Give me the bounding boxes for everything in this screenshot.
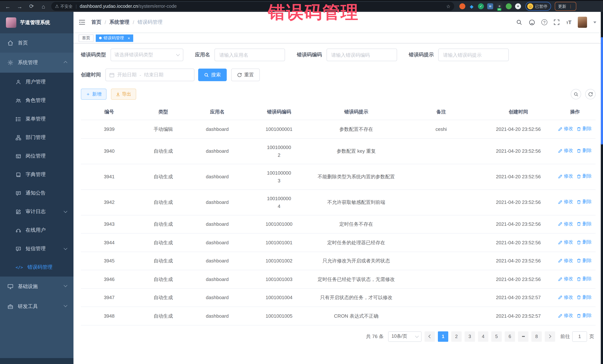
- table-row: 3948自动生成dashboard1001001005CRON 表达式不正确20…: [81, 307, 596, 325]
- refresh-table-button[interactable]: [585, 89, 596, 99]
- sidebar-item-system[interactable]: 系统管理: [0, 53, 73, 73]
- filter-app-name: 应用名: [195, 49, 285, 61]
- sidebar-item-devtools[interactable]: 研发工具: [0, 297, 73, 317]
- tags-view-bar: 首页 错误码管理×: [73, 33, 603, 43]
- sidebar-item-label: 用户管理: [26, 78, 46, 85]
- next-page-button[interactable]: [545, 331, 555, 342]
- page-button-1[interactable]: 1: [438, 331, 448, 342]
- page-button-8[interactable]: 8: [531, 331, 542, 342]
- sidebar-item-posts[interactable]: 岗位管理: [0, 147, 73, 165]
- user-icon: [16, 79, 21, 85]
- delete-link[interactable]: 删除: [577, 238, 592, 246]
- forward-icon[interactable]: →: [15, 1, 24, 11]
- add-button[interactable]: ＋ 新增: [81, 88, 106, 100]
- bookmark-star-icon[interactable]: ☆: [446, 3, 451, 9]
- delete-link[interactable]: 删除: [577, 147, 592, 155]
- browser-menu-icon[interactable]: ⋮: [568, 4, 573, 9]
- sidebar-item-dict[interactable]: 字典管理: [0, 165, 73, 184]
- user-avatar[interactable]: [578, 17, 587, 28]
- edit-link[interactable]: 修改: [558, 125, 573, 133]
- page-button-3[interactable]: 3: [464, 331, 475, 342]
- github-icon[interactable]: [529, 19, 535, 25]
- tab-home[interactable]: 首页: [79, 34, 93, 42]
- sidebar-item-audit-log[interactable]: 审计日志: [0, 202, 73, 221]
- extension-icon-green-check[interactable]: ✓: [478, 3, 484, 9]
- close-icon[interactable]: ×: [128, 36, 130, 40]
- home-icon[interactable]: ⌂: [39, 1, 48, 11]
- address-bar[interactable]: ⚠不安全 | dashboard.yudao.iocoder.cn/system…: [51, 2, 454, 11]
- hamburger-icon[interactable]: [79, 19, 85, 25]
- delete-link[interactable]: 删除: [577, 125, 592, 133]
- profile-paused-badge[interactable]: ☺ 已暂停: [525, 2, 551, 11]
- sidebar-item-menus[interactable]: 菜单管理: [0, 110, 73, 128]
- extension-icon-gem[interactable]: ◆: [469, 3, 475, 9]
- delete-link[interactable]: 删除: [577, 275, 592, 283]
- range-separator: -: [139, 72, 141, 78]
- sidebar-item-error-code[interactable]: </> 错误码管理: [0, 258, 73, 276]
- page-button-2[interactable]: 2: [451, 331, 462, 342]
- error-type-select[interactable]: 请选择错误码类型: [110, 49, 183, 61]
- sidebar-item-infrastructure[interactable]: 基础设施: [0, 276, 73, 297]
- search-button[interactable]: 搜索: [198, 69, 227, 81]
- page-size-select[interactable]: 10条/页: [388, 331, 422, 342]
- search-icon[interactable]: [516, 19, 522, 25]
- breadcrumb-system[interactable]: 系统管理: [109, 19, 129, 26]
- sidebar-item-roles[interactable]: 角色管理: [0, 91, 73, 110]
- security-warning[interactable]: ⚠不安全: [55, 3, 73, 9]
- edit-link[interactable]: 修改: [558, 198, 573, 206]
- delete-link[interactable]: 删除: [577, 220, 592, 228]
- tab-error-code[interactable]: 错误码管理×: [96, 34, 133, 42]
- date-range-picker[interactable]: 开始日期 - 结束日期: [105, 69, 195, 81]
- extension-icon-leaf[interactable]: [506, 3, 512, 9]
- page-button-6[interactable]: 6: [505, 331, 515, 342]
- page-scrollbar[interactable]: [601, 12, 603, 364]
- edit-link[interactable]: 修改: [558, 257, 573, 265]
- back-icon[interactable]: ←: [3, 1, 13, 11]
- export-button[interactable]: 导出: [111, 88, 136, 100]
- edit-link[interactable]: 修改: [558, 220, 573, 228]
- reload-icon[interactable]: ⟳: [27, 1, 36, 11]
- trash-icon: [577, 149, 581, 153]
- error-msg-input[interactable]: [442, 52, 505, 58]
- sidebar-item-online-users[interactable]: 在线用户: [0, 221, 73, 240]
- sidebar-item-notices[interactable]: 通知公告: [0, 184, 73, 202]
- page-button-4[interactable]: 4: [478, 331, 488, 342]
- reset-button[interactable]: 重置: [231, 69, 260, 81]
- delete-link[interactable]: 删除: [577, 293, 592, 301]
- error-code-input[interactable]: [330, 52, 393, 58]
- sidebar-item-users[interactable]: 用户管理: [0, 73, 73, 91]
- show-search-button[interactable]: [571, 89, 581, 99]
- sidebar-item-sms[interactable]: 短信管理: [0, 240, 73, 258]
- app-name-input[interactable]: [219, 52, 281, 58]
- filter-label: 应用名: [195, 52, 210, 58]
- edit-link[interactable]: 修改: [558, 275, 573, 283]
- edit-link[interactable]: 修改: [558, 312, 573, 320]
- edit-link[interactable]: 修改: [558, 293, 573, 301]
- sidebar-item-home[interactable]: 首页: [0, 33, 73, 53]
- main-panel: 首页 / 系统管理 / 错误码管理 ? TT 首页 错: [73, 12, 603, 364]
- gear-icon: [7, 60, 13, 66]
- fullscreen-icon[interactable]: [554, 19, 560, 25]
- goto-page-input[interactable]: [572, 331, 587, 342]
- breadcrumb-home[interactable]: 首页: [91, 19, 101, 26]
- sidebar-item-departments[interactable]: 部门管理: [0, 128, 73, 147]
- extension-icon-orange[interactable]: [459, 3, 465, 9]
- extension-icon-list[interactable]: ≡on: [497, 3, 502, 9]
- font-size-icon[interactable]: TT: [566, 19, 571, 25]
- page-button-5[interactable]: 5: [491, 331, 502, 342]
- prev-page-button[interactable]: [425, 331, 435, 342]
- delete-link[interactable]: 删除: [577, 257, 592, 265]
- edit-link[interactable]: 修改: [558, 147, 573, 155]
- delete-link[interactable]: 删除: [577, 198, 592, 206]
- delete-link[interactable]: 删除: [577, 312, 592, 320]
- scrollbar-thumb[interactable]: [601, 37, 603, 144]
- edit-link[interactable]: 修改: [558, 238, 573, 246]
- browser-update-button[interactable]: 更新 ⋮: [555, 2, 576, 11]
- extension-icon-columns[interactable]: ≋: [487, 3, 493, 9]
- edit-link[interactable]: 修改: [558, 173, 573, 180]
- delete-link[interactable]: 删除: [577, 173, 592, 180]
- extension-icon-paw[interactable]: ✦: [515, 3, 521, 9]
- more-pages-button[interactable]: •••: [518, 331, 528, 342]
- avatar-caret-icon[interactable]: [593, 21, 596, 23]
- help-icon[interactable]: ?: [541, 19, 547, 25]
